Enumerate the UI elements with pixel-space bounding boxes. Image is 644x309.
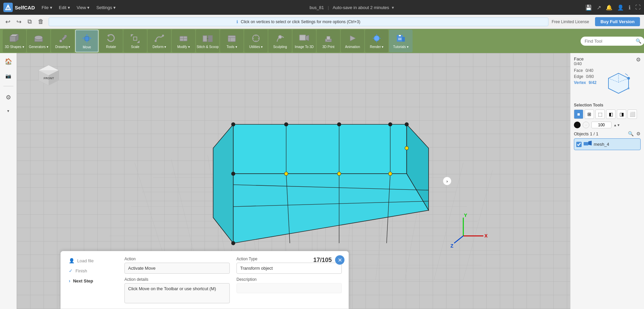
tool-scale[interactable]: Scale: [123, 30, 147, 52]
home-icon[interactable]: 🏠: [3, 56, 14, 67]
tool-tools[interactable]: Tools ▾: [220, 30, 244, 52]
file-info: bus_81 | Auto-save in about 2 minutes ▾: [122, 5, 581, 10]
brush-size-arrows[interactable]: ▲▼: [613, 123, 620, 127]
tool-utilities-label: Utilities ▾: [249, 45, 263, 49]
tool-rotate[interactable]: Rotate: [99, 30, 123, 52]
face-label-2: Face: [574, 68, 583, 73]
tool-drawing[interactable]: Drawing ▾: [51, 30, 74, 52]
action-details-label: Action details: [124, 277, 230, 282]
view-cube[interactable]: FRONT: [34, 58, 64, 90]
settings-wheel-icon[interactable]: ⚙: [4, 92, 13, 103]
menu-file[interactable]: File ▾: [39, 4, 55, 11]
tool-utilities[interactable]: Utilities ▾: [244, 30, 268, 52]
user-icon[interactable]: 👤: [617, 4, 624, 11]
svg-marker-18: [137, 40, 140, 43]
buy-button[interactable]: Buy Full Version: [595, 17, 640, 26]
menu-settings[interactable]: Settings ▾: [94, 4, 118, 11]
sel-tool-faces[interactable]: ◧: [606, 109, 615, 119]
find-tool-area: 🔍: [581, 37, 641, 46]
tool-move[interactable]: Move: [75, 30, 99, 52]
tutorial-panel: 17/105 ✕ 👤 Load file ✓ Finish › Next Ste…: [60, 251, 349, 309]
tool-modify[interactable]: Modify ▾: [172, 30, 195, 52]
description-label: Description: [236, 277, 342, 282]
svg-rect-2: [10, 36, 16, 42]
svg-marker-37: [306, 35, 309, 41]
info-icon[interactable]: ℹ: [629, 4, 631, 11]
save-icon[interactable]: 💾: [585, 4, 592, 11]
scale-icon: [130, 34, 140, 44]
tool-deform[interactable]: Deform ▾: [148, 30, 171, 52]
delete-button[interactable]: 🗑: [37, 17, 45, 27]
tutorial-step-next[interactable]: › Next Step: [67, 277, 114, 285]
copy-button[interactable]: ⧉: [26, 17, 33, 27]
camera-icon[interactable]: 📷: [3, 71, 13, 81]
panel-toggle[interactable]: ›: [443, 177, 451, 185]
redo-button[interactable]: ↪: [15, 17, 23, 27]
left-sidebar: 🏠 📷 ⚙ ▼: [0, 53, 17, 309]
chevron-down-icon[interactable]: ▼: [5, 107, 12, 115]
svg-marker-75: [213, 124, 233, 243]
face-count-2: 0/40: [586, 68, 593, 73]
share-icon[interactable]: ↗: [597, 4, 601, 11]
stitch-icon: [202, 34, 213, 44]
step-finish-icon: ✓: [69, 268, 73, 273]
fullscreen-icon[interactable]: ⛶: [635, 4, 641, 10]
svg-point-117: [627, 77, 630, 80]
object-checkbox[interactable]: [576, 142, 582, 147]
face-label: Face: [574, 56, 584, 61]
objects-settings-icon[interactable]: ⚙: [636, 131, 641, 136]
tool-tutorials[interactable]: Tutorials ▾: [389, 30, 413, 52]
undo-button[interactable]: ↩: [4, 17, 12, 27]
sel-tool-back[interactable]: ◨: [617, 109, 626, 119]
svg-point-87: [231, 123, 235, 126]
sel-tool-wireframe[interactable]: ⊞: [585, 109, 594, 119]
svg-point-93: [231, 172, 235, 176]
animation-icon: [347, 34, 358, 44]
panel-settings-icon[interactable]: ⚙: [636, 56, 641, 63]
objects-search-icon[interactable]: 🔍: [628, 131, 634, 136]
main-area: 🏠 📷 ⚙ ▼: [0, 53, 644, 309]
app-logo: SelfCAD: [3, 3, 35, 12]
find-tool-input[interactable]: [581, 37, 644, 46]
selection-tools: ■ ⊞ ⬚ ◧ ◨ ⬜: [574, 109, 641, 119]
tutorial-step-finish[interactable]: ✓ Finish: [67, 267, 114, 275]
sel-tool-cube[interactable]: ■: [574, 109, 583, 119]
tool-sculpting[interactable]: Sculpting: [268, 30, 292, 52]
svg-line-119: [625, 74, 628, 76]
tool-render[interactable]: Render ▾: [365, 30, 388, 52]
brush-dotted[interactable]: ···: [583, 122, 589, 128]
svg-text:X: X: [484, 233, 488, 238]
bell-icon[interactable]: 🔔: [606, 4, 612, 11]
tutorial-step-load[interactable]: 👤 Load file: [67, 257, 114, 265]
action-input: Activate Move: [124, 263, 230, 274]
move-icon: [82, 33, 92, 45]
object-item[interactable]: mesh_4: [574, 138, 641, 150]
canvas-area[interactable]: Y X Z F▲ FRONT › 17/105 ✕: [17, 53, 570, 309]
brush-solid[interactable]: [574, 122, 581, 128]
tool-animation[interactable]: Animation: [341, 30, 364, 52]
tool-3dshapes[interactable]: 3D Shapes ▾: [3, 30, 26, 52]
brush-size-input[interactable]: [591, 122, 611, 128]
vertex-label: Vertex: [574, 80, 586, 85]
svg-point-91: [405, 123, 409, 126]
tool-image-to-3d[interactable]: Image To 3D: [292, 30, 316, 52]
menu-edit[interactable]: Edit ▾: [56, 4, 73, 11]
tool-stitch[interactable]: Stitch & Scoop: [196, 30, 219, 52]
autosave-arrow[interactable]: ▾: [392, 5, 394, 10]
face-count: 0/40: [574, 61, 584, 66]
right-panel: Face 0/40 ⚙ Face 0/40 Edge 0/80 Vertex: [570, 53, 644, 309]
tool-generators[interactable]: Generators ▾: [27, 30, 50, 52]
toolbar: 3D Shapes ▾ Generators ▾ Drawing ▾ Move …: [0, 29, 644, 53]
step-load-icon: 👤: [69, 258, 74, 263]
menu-view[interactable]: View ▾: [74, 4, 93, 11]
step-load-label: Load file: [77, 258, 94, 263]
tool-3dprint-label: 3D Print: [322, 45, 334, 49]
step-next-label: Next Step: [73, 278, 93, 283]
sel-tool-paint[interactable]: ⬜: [628, 109, 637, 119]
tool-sculpting-label: Sculpting: [273, 45, 287, 49]
tool-3dprint[interactable]: 3D Print: [317, 30, 340, 52]
generators-icon: [33, 34, 44, 44]
sel-tool-points[interactable]: ⬚: [595, 109, 605, 119]
svg-marker-12: [86, 41, 88, 43]
tutorial-close-button[interactable]: ✕: [335, 255, 344, 265]
